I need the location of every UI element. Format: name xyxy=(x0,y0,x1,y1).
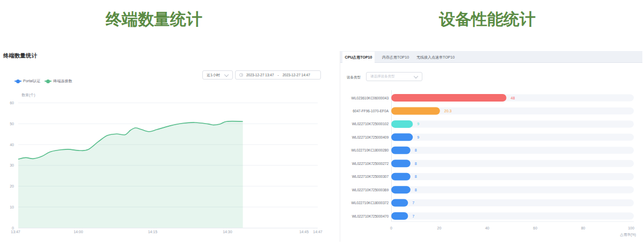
bar-category-label: WL022710K725000272 xyxy=(352,162,389,165)
bar-track xyxy=(391,134,634,141)
tab-wireless-top10[interactable]: 无线接入点速率TOP10 xyxy=(416,52,455,63)
bar-category-label: 6047-FF96-1070-EF0A xyxy=(353,109,389,113)
svg-text:14:30: 14:30 xyxy=(223,230,232,234)
bar-value-label: 48 xyxy=(511,96,515,100)
svg-text:20: 20 xyxy=(10,184,14,188)
bar-track xyxy=(391,147,634,154)
bar-category-label: WL022710K725000369 xyxy=(352,188,389,192)
bar-chart: WL023610KC06000043486047-FF96-1070-EF0A2… xyxy=(352,90,636,237)
date-end: 2023-12-27 14:47 xyxy=(283,73,310,77)
bar-value-label: 7 xyxy=(412,214,414,218)
svg-text:40: 40 xyxy=(10,143,14,147)
bar xyxy=(391,120,413,128)
line-chart-legend: Portal认证 终端连接数 xyxy=(14,78,72,84)
svg-text:50: 50 xyxy=(10,122,14,126)
bar-category-label: WL022710K725000409 xyxy=(352,135,389,139)
bar-value-label: 8 xyxy=(415,188,417,192)
svg-text:80: 80 xyxy=(581,226,586,230)
bar xyxy=(391,212,408,220)
bar xyxy=(391,133,413,141)
legend-marker-portal xyxy=(14,80,21,83)
bar-category-label: WL022710K725000307 xyxy=(352,175,389,178)
bar-track xyxy=(391,186,634,193)
line-chart: 010203040506013:4714:0014:1514:3014:4514… xyxy=(10,93,323,234)
svg-text:30: 30 xyxy=(10,163,14,167)
bar xyxy=(391,94,507,102)
tab-memory-top10[interactable]: 内存占用TOP10 xyxy=(382,52,409,63)
svg-text:40: 40 xyxy=(485,226,489,230)
bar-value-label: 8 xyxy=(415,162,417,165)
device-type-select[interactable]: 请选择设备类型 xyxy=(366,72,422,81)
bar-category-label: WL022710K725000470 xyxy=(352,214,389,218)
bar-track xyxy=(391,199,634,206)
device-type-label: 设备类型 xyxy=(347,73,361,82)
legend-item-portal[interactable]: Portal认证 xyxy=(14,78,40,84)
area-fill xyxy=(18,121,243,228)
bar-category-label: WL023610KC06000043 xyxy=(352,96,389,100)
bar-value-label: 7 xyxy=(412,201,414,205)
bar-category-label: WL022710K725000102 xyxy=(352,122,389,126)
date-start: 2023-12-27 13:47 xyxy=(246,73,274,77)
legend-item-terminal[interactable]: 终端连接数 xyxy=(45,78,72,84)
bar-value-label: 8 xyxy=(415,175,417,178)
legend-marker-terminal xyxy=(45,80,52,83)
svg-text:60: 60 xyxy=(533,226,537,230)
bar-track xyxy=(391,173,634,180)
bar-value-label: 8 xyxy=(415,148,417,152)
chevron-down-icon xyxy=(414,74,418,78)
section-divider xyxy=(340,51,340,242)
svg-text:14:00: 14:00 xyxy=(74,230,83,234)
date-range-picker[interactable]: 2023-12-27 13:47 - 2023-12-27 14:47 xyxy=(235,70,321,80)
bar-track xyxy=(391,213,634,220)
tab-cpu-top10[interactable]: CPU占用TOP10 xyxy=(342,52,375,63)
right-section-title: 设备性能统计 xyxy=(439,9,536,31)
bar-value-label: 9 xyxy=(417,122,419,126)
legend-label: 终端连接数 xyxy=(53,78,72,84)
bar xyxy=(391,186,411,193)
svg-text:13:47: 13:47 xyxy=(11,230,20,234)
charts-layer: 010203040506013:4714:0014:1514:3014:4514… xyxy=(0,0,644,245)
svg-text:0: 0 xyxy=(390,226,392,230)
bar-category-label: WL022710KC18000280 xyxy=(352,148,389,152)
bar xyxy=(391,173,411,181)
legend-label: Portal认证 xyxy=(23,78,40,84)
dashboard: 010203040506013:4714:0014:1514:3014:4514… xyxy=(0,0,644,245)
svg-text:14:15: 14:15 xyxy=(148,230,158,234)
svg-text:占用率(%): 占用率(%) xyxy=(620,233,636,237)
time-range-value: 近1小时 xyxy=(203,73,225,78)
bar-track xyxy=(391,160,634,167)
svg-text:数量(个): 数量(个) xyxy=(21,93,35,97)
chevron-down-icon xyxy=(224,72,229,76)
svg-text:14:47: 14:47 xyxy=(313,230,323,234)
line-chart-title: 终端数量统计 xyxy=(3,52,37,60)
bar-value-label: 20.3 xyxy=(444,109,452,113)
svg-text:0: 0 xyxy=(12,226,14,230)
svg-text:60: 60 xyxy=(10,101,14,105)
bar xyxy=(391,107,440,114)
svg-text:14:45: 14:45 xyxy=(299,230,309,234)
svg-text:10: 10 xyxy=(10,205,14,209)
time-range-select[interactable]: 近1小时 xyxy=(202,70,233,80)
svg-text:20: 20 xyxy=(437,226,442,230)
bar-value-label: 9 xyxy=(417,135,419,139)
bar-category-label: WL022710KC18000372 xyxy=(352,201,389,205)
bar xyxy=(391,147,411,154)
bar-track xyxy=(391,120,634,127)
device-type-placeholder: 请选择设备类型 xyxy=(367,74,414,79)
clock-icon xyxy=(239,73,243,77)
bar xyxy=(391,199,408,207)
left-section-title: 终端数量统计 xyxy=(106,9,202,31)
date-separator: - xyxy=(277,73,279,77)
svg-text:100: 100 xyxy=(628,226,634,230)
bar xyxy=(391,160,411,167)
